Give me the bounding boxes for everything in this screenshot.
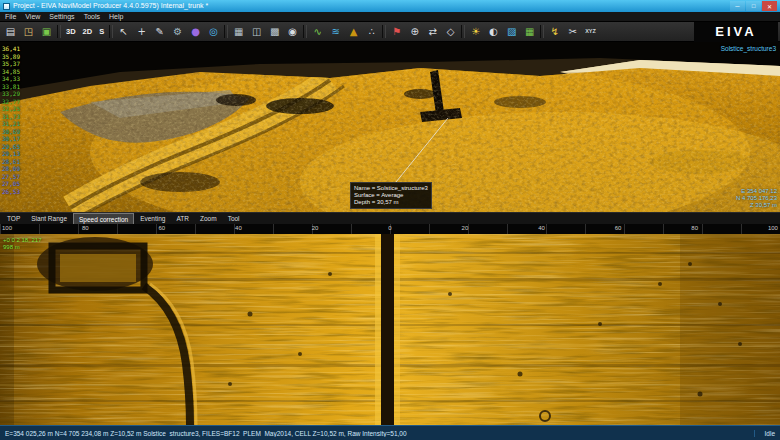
sun-shading-button[interactable]: ☀ — [467, 23, 484, 40]
menu-item[interactable]: Tools — [84, 12, 100, 22]
view-3d-button[interactable]: 3D — [63, 23, 79, 40]
legend-entry: 30,69 — [2, 128, 20, 136]
toolbar-separator — [224, 25, 228, 38]
menu-bar: FileViewSettingsToolsHelp — [0, 12, 780, 22]
menu-item[interactable]: File — [5, 12, 16, 22]
ruler-tick-label: 20 — [462, 224, 469, 234]
toolbar: ▤ ◳ ▣ 3D 2D S ↖ + ✎ ⚙ — [0, 22, 780, 42]
menu-item[interactable]: Help — [109, 12, 123, 22]
open-project-button[interactable]: ◳ — [20, 23, 37, 40]
tab-slant-range[interactable]: Slant Range — [26, 213, 72, 224]
new-project-button[interactable]: ▤ — [2, 23, 19, 40]
legend-entry: 29,13 — [2, 150, 20, 158]
ruler-tick-label: 80 — [691, 224, 698, 234]
target-button[interactable]: ⊕ — [406, 23, 423, 40]
ruler-tick-label: 20 — [312, 224, 319, 234]
tab-tool[interactable]: Tool — [223, 213, 245, 224]
ruler-tick-label: 0 — [388, 224, 391, 234]
legend-entry: 30,17 — [2, 135, 20, 143]
panel-tab-bar: TOPSlant RangeSpeed correctionEventingAT… — [0, 212, 780, 224]
legend-entry: 32,77 — [2, 98, 20, 106]
polygon-button[interactable]: ◇ — [442, 23, 459, 40]
layers-button[interactable]: ▩ — [266, 23, 283, 40]
xyz-axis-button[interactable]: XYZ — [582, 23, 599, 40]
legend-entry: 35,89 — [2, 53, 20, 61]
minimize-button[interactable]: ─ — [730, 1, 745, 11]
ruler-tick-label: 100 — [2, 224, 12, 234]
ruler-tick-label: 60 — [615, 224, 622, 234]
sphere-button[interactable]: ● — [187, 23, 204, 40]
record-button[interactable]: ◉ — [284, 23, 301, 40]
lightning-button[interactable]: ↯ — [546, 23, 563, 40]
menu-item[interactable]: View — [25, 12, 40, 22]
toolbar-icon-label: 3D — [66, 28, 76, 36]
title-bar[interactable]: Project - EIVA NaviModel Producer 4.4.0.… — [0, 0, 780, 12]
globe-button[interactable]: ◎ — [205, 23, 222, 40]
status-bar: E=354 025,26 m N=4 705 234,08 m Z=10,52 … — [0, 425, 780, 440]
profile-button[interactable]: ∿ — [309, 23, 326, 40]
close-button[interactable]: ✕ — [762, 1, 777, 11]
ruler-tick-label: 60 — [159, 224, 166, 234]
tab-atr[interactable]: ATR — [171, 213, 194, 224]
waterfall-button[interactable]: ≋ — [327, 23, 344, 40]
sonar-canvas — [0, 234, 780, 425]
toolbar-icon: ▩ — [270, 27, 279, 37]
3d-terrain-view[interactable]: 36,4135,8935,3734,8534,3333,8133,2932,77… — [0, 42, 780, 212]
terrain-button[interactable]: ▲ — [345, 23, 362, 40]
toolbar-icon: ⚑ — [392, 27, 401, 37]
toolbar-separator — [382, 25, 386, 38]
coordinate-line: N 4 705 176,23 — [736, 195, 777, 202]
contrast-button[interactable]: ◐ — [485, 23, 502, 40]
toolbar-separator — [303, 25, 307, 38]
maximize-button[interactable]: □ — [746, 1, 761, 11]
settings-button[interactable]: ⚙ — [169, 23, 186, 40]
window-title: Project - EIVA NaviModel Producer 4.4.0.… — [13, 0, 727, 12]
toolbar-icon: ◇ — [447, 27, 455, 37]
toolbar-icon: ↯ — [551, 27, 559, 37]
toolbar-icon: ▣ — [42, 27, 51, 37]
sidescan-waterfall-view[interactable]: +0 0 2 18, 217998 m — [0, 234, 780, 425]
select-tool-button[interactable]: ↖ — [115, 23, 132, 40]
palette-button[interactable]: ▨ — [503, 23, 520, 40]
toolbar-icon: ◳ — [24, 27, 33, 37]
toolbar-icon: ✂ — [569, 27, 577, 37]
tab-speed-correction[interactable]: Speed correction — [73, 213, 134, 224]
tab-zoom[interactable]: Zoom — [195, 213, 222, 224]
view-shading-button[interactable]: S — [96, 23, 107, 40]
flag-button[interactable]: ⚑ — [388, 23, 405, 40]
toolbar-icon: + — [138, 27, 146, 37]
ruler-tick-label: 100 — [768, 224, 778, 234]
application-window: Project - EIVA NaviModel Producer 4.4.0.… — [0, 0, 780, 440]
waterfall-readout: +0 0 2 18, 217998 m — [3, 237, 42, 251]
tab-eventing[interactable]: Eventing — [135, 213, 170, 224]
toolbar-icon: ▦ — [234, 27, 243, 37]
annotation-line: Depth = 30,57 m — [354, 199, 428, 206]
edit-tool-button[interactable]: ✎ — [151, 23, 168, 40]
toolbar-icon: ☀ — [471, 27, 480, 37]
pan-tool-button[interactable]: + — [133, 23, 150, 40]
readout-line: +0 0 2 18, 217 — [3, 237, 42, 244]
annotation-line: Name = Solstice_structure3 — [354, 185, 428, 192]
scissors-button[interactable]: ✂ — [564, 23, 581, 40]
grid-view-button[interactable]: ▦ — [230, 23, 247, 40]
legend-entry: 31,73 — [2, 113, 20, 121]
toolbar-icon-label: XYZ — [585, 29, 596, 35]
annotation-tooltip: Name = Solstice_structure3Surface = Aver… — [350, 182, 432, 209]
cell-grid-button[interactable]: ▦ — [521, 23, 538, 40]
toolbar-icon: ✎ — [156, 27, 164, 37]
save-button[interactable]: ▣ — [38, 23, 55, 40]
toolbar-icon-label: 2D — [83, 28, 93, 36]
soundings-button[interactable]: ∴ — [363, 23, 380, 40]
cursor-coordinates: E 354 047,12N 4 705 176,23Z 30,57 m — [736, 188, 777, 209]
menu-item[interactable]: Settings — [49, 12, 74, 22]
toolbar-icon: ▲ — [350, 27, 358, 37]
split-view-button[interactable]: ◫ — [248, 23, 265, 40]
tab-top[interactable]: TOP — [2, 213, 25, 224]
legend-entry: 35,37 — [2, 60, 20, 68]
route-button[interactable]: ⇄ — [424, 23, 441, 40]
legend-entry: 26,53 — [2, 188, 20, 196]
depth-legend: 36,4135,8935,3734,8534,3333,8133,2932,77… — [2, 45, 20, 195]
view-2d-button[interactable]: 2D — [80, 23, 96, 40]
legend-entry: 29,65 — [2, 143, 20, 151]
toolbar-icon: ⊕ — [411, 27, 419, 37]
